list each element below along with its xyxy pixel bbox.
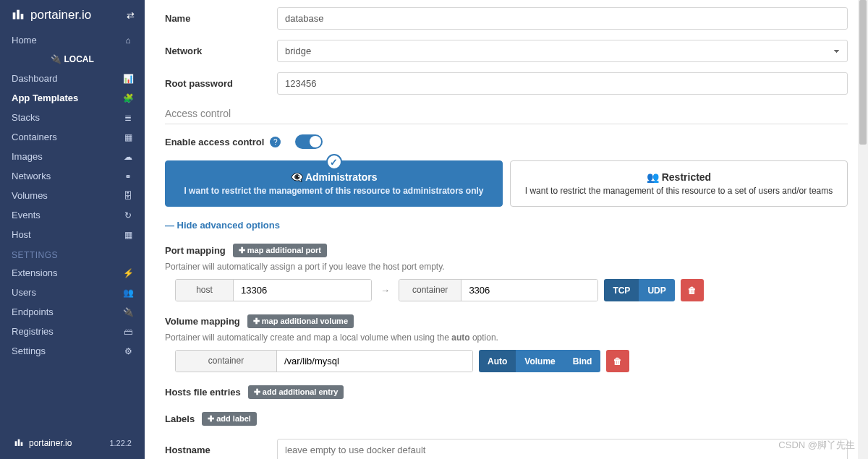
dashboard-icon: 📊 [123, 74, 133, 84]
containers-icon: ▦ [123, 132, 133, 142]
svg-rect-3 [15, 441, 17, 446]
host-port-label: host [176, 280, 234, 301]
volume-mapping-header: Volume mapping [165, 316, 240, 327]
scrollbar[interactable] [858, 0, 868, 459]
networks-icon: ⚭ [123, 171, 133, 181]
scrollbar-thumb[interactable] [859, 0, 867, 145]
stacks-icon: ≣ [123, 113, 133, 123]
arrow-icon: → [378, 285, 393, 296]
sidebar-item-registries[interactable]: Registries🗃 [0, 322, 145, 341]
container-port-input[interactable] [461, 280, 597, 301]
sidebar-item-endpoints[interactable]: Endpoints🔌 [0, 302, 145, 322]
check-icon: ✓ [326, 154, 342, 170]
volume-hint: Portainer will automatically create and … [165, 333, 848, 343]
access-toggle[interactable] [295, 134, 323, 149]
version-text: 1.22.2 [109, 439, 132, 447]
sidebar-item-settings[interactable]: Settings⚙ [0, 341, 145, 361]
registries-icon: 🗃 [123, 327, 133, 337]
host-icon: ▦ [123, 230, 133, 240]
sidebar-item-extensions[interactable]: Extensions⚡ [0, 263, 145, 283]
watermark-text: CSDN @脚丫先生 [778, 439, 855, 452]
sidebar-footer: portainer.io 1.22.2 [0, 427, 145, 459]
svg-rect-5 [21, 442, 23, 446]
sidebar-home[interactable]: Home ⌂ [0, 30, 145, 50]
name-label: Name [165, 13, 277, 24]
network-select[interactable]: bridge [277, 40, 848, 62]
auto-button[interactable]: Auto [479, 350, 516, 372]
vol-container-input[interactable] [277, 351, 472, 372]
sidebar-item-users[interactable]: Users👥 [0, 283, 145, 302]
volumes-icon: 🗄 [123, 191, 133, 201]
endpoints-icon: 🔌 [123, 307, 133, 317]
help-icon[interactable]: ? [270, 137, 281, 147]
access-card-administrators[interactable]: ✓ 👁‍🗨 Administrators I want to restrict … [165, 160, 503, 207]
users-icon: 👥 [123, 288, 133, 298]
svg-rect-2 [21, 14, 24, 19]
add-host-entry-button[interactable]: ✚ add additional entry [248, 385, 344, 399]
extensions-icon: ⚡ [123, 268, 133, 278]
name-input[interactable] [277, 7, 848, 30]
admin-card-title: 👁‍🗨 Administrators [177, 171, 490, 183]
hosts-entries-header: Hosts file entries [165, 387, 241, 398]
sidebar-settings-header: SETTINGS [0, 244, 145, 263]
access-control-header: Access control [165, 108, 848, 124]
sidebar: portainer.io ⇄ Home ⌂ 🔌 LOCAL Dashboard📊… [0, 0, 145, 459]
sidebar-item-dashboard[interactable]: Dashboard📊 [0, 69, 145, 88]
brand-text: portainer.io [30, 8, 127, 22]
delete-port-button[interactable]: 🗑 [681, 279, 704, 301]
sidebar-item-app-templates[interactable]: App Templates🧩 [0, 88, 145, 108]
hide-advanced-link[interactable]: — Hide advanced options [165, 220, 848, 231]
hostname-input[interactable] [277, 439, 848, 459]
delete-volume-button[interactable]: 🗑 [606, 350, 629, 372]
labels-header: Labels [165, 413, 195, 424]
tcp-button[interactable]: TCP [604, 279, 639, 301]
network-label: Network [165, 46, 277, 56]
sidebar-item-events[interactable]: Events↻ [0, 205, 145, 225]
container-port-label: container [399, 280, 461, 301]
sidebar-item-stacks[interactable]: Stacks≣ [0, 108, 145, 127]
swap-icon[interactable]: ⇄ [127, 10, 135, 21]
svg-rect-1 [17, 10, 20, 20]
main-content: Name Network bridge Root password Access… [145, 0, 868, 459]
sidebar-home-label: Home [12, 35, 37, 46]
images-icon: ☁ [123, 152, 133, 162]
rootpw-input[interactable] [277, 72, 848, 95]
vol-container-label: container [176, 351, 277, 372]
home-icon: ⌂ [123, 35, 133, 46]
sidebar-item-images[interactable]: Images☁ [0, 147, 145, 166]
sidebar-item-containers[interactable]: Containers▦ [0, 127, 145, 147]
add-port-button[interactable]: ✚ map additional port [233, 244, 327, 257]
host-port-input[interactable] [234, 280, 371, 301]
add-volume-button[interactable]: ✚ map additional volume [247, 314, 354, 328]
logo-icon [10, 7, 26, 23]
sidebar-item-volumes[interactable]: Volumes🗄 [0, 186, 145, 205]
svg-rect-4 [18, 439, 20, 446]
templates-icon: 🧩 [123, 93, 133, 103]
enable-access-label: Enable access control [165, 137, 264, 147]
footer-brand: portainer.io [29, 438, 72, 448]
port-mapping-header: Port mapping [165, 245, 226, 256]
restricted-card-desc: I want to restrict the management of thi… [522, 186, 835, 196]
sidebar-local-header: 🔌 LOCAL [0, 50, 145, 69]
volume-button[interactable]: Volume [516, 350, 563, 372]
port-hint: Portainer will automatically assign a po… [165, 262, 848, 272]
access-card-restricted[interactable]: 👥 Restricted I want to restrict the mana… [510, 160, 848, 207]
settings-icon: ⚙ [123, 346, 133, 356]
sidebar-item-networks[interactable]: Networks⚭ [0, 166, 145, 186]
hostname-label: Hostname [165, 445, 277, 455]
admin-card-desc: I want to restrict the management of thi… [177, 186, 490, 196]
footer-logo-icon [13, 437, 25, 449]
rootpw-label: Root password [165, 78, 277, 89]
restricted-card-title: 👥 Restricted [522, 171, 835, 183]
udp-button[interactable]: UDP [639, 279, 674, 301]
brand-header[interactable]: portainer.io ⇄ [0, 0, 145, 30]
events-icon: ↻ [123, 210, 133, 220]
add-label-button[interactable]: ✚ add label [202, 412, 257, 426]
sidebar-item-host[interactable]: Host▦ [0, 225, 145, 244]
svg-rect-0 [13, 12, 16, 19]
bind-button[interactable]: Bind [564, 350, 601, 372]
